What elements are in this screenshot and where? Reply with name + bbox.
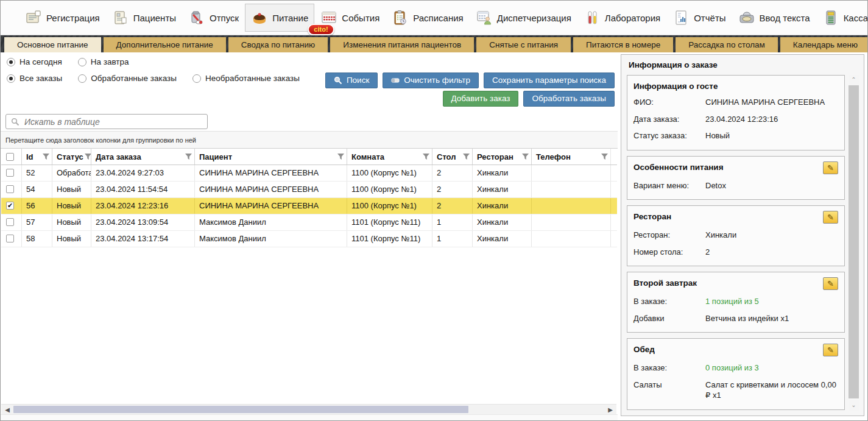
add-order-button[interactable]: Добавить заказ xyxy=(443,91,519,107)
radio-all-orders[interactable]: Все заказы xyxy=(7,74,62,83)
column-header-order-date[interactable]: Дата заказа xyxy=(91,149,195,165)
row-checkbox[interactable] xyxy=(6,202,14,210)
positions-count: 0 позиций из 3 xyxy=(705,363,838,373)
edit-button[interactable]: ✎ xyxy=(823,344,838,356)
toolbar-item-schedules[interactable]: Расписания xyxy=(386,4,469,32)
main-toolbar: Регистрация Пациенты Отпуск Питание Собы… xyxy=(1,1,867,35)
toolbar-item-cashier[interactable]: Касса xyxy=(816,4,868,32)
tab-patient-nutrition-changes[interactable]: Изменения питания пациентов xyxy=(330,37,474,52)
scroll-left-arrow-icon[interactable]: ◀ xyxy=(4,406,11,413)
cell-table: 2 xyxy=(432,165,473,181)
calendar-person-icon xyxy=(476,9,493,26)
table-row[interactable]: 58 Новый 23.04.2024 13:17:54 Максимов Да… xyxy=(1,231,617,247)
toolbar-item-registration[interactable]: Регистрация xyxy=(19,4,106,32)
save-search-params-button[interactable]: Сохранить параметры поиска xyxy=(484,73,615,88)
cell-restaurant: Хинкали xyxy=(473,214,532,230)
column-header-status[interactable]: Статус xyxy=(52,149,91,165)
column-header-restaurant[interactable]: Ресторан xyxy=(473,149,532,165)
field-label: Статус заказа: xyxy=(633,130,705,141)
cell-phone xyxy=(532,182,611,197)
field-label: В заказе: xyxy=(633,296,705,307)
clear-filter-button[interactable]: Очистить фильтр xyxy=(383,73,479,88)
horizontal-scrollbar-thumb[interactable] xyxy=(13,406,468,413)
edit-button[interactable]: ✎ xyxy=(823,277,838,290)
row-checkbox[interactable] xyxy=(6,169,14,177)
row-checkbox[interactable] xyxy=(6,218,14,226)
cell-room: 1100 (Корпус №1) xyxy=(347,182,432,197)
row-checkbox[interactable] xyxy=(6,235,14,242)
tab-menu-calendar[interactable]: Календарь меню xyxy=(780,37,868,52)
tab-table-seating[interactable]: Рассадка по столам xyxy=(676,37,778,52)
day-filter-group: На сегодня На завтра xyxy=(7,57,129,66)
toolbar-item-laboratory[interactable]: Лаборатория xyxy=(577,4,666,32)
scroll-up-arrow-icon[interactable]: ⌃ xyxy=(849,75,859,85)
toolbar-item-dispense[interactable]: Отпуск xyxy=(182,4,245,32)
group-by-drop-zone[interactable]: Перетащите сюда заголовок колонки для гр… xyxy=(1,131,618,149)
scroll-right-arrow-icon[interactable]: ▶ xyxy=(607,406,614,413)
filter-funnel-icon[interactable] xyxy=(85,154,91,160)
pencil-icon: ✎ xyxy=(827,163,834,172)
cell-patient: Максимов Даниил xyxy=(195,231,347,247)
panel-vertical-scrollbar[interactable]: ⌃ xyxy=(849,75,859,398)
filter-funnel-icon[interactable] xyxy=(522,154,529,160)
tab-eating-in-room[interactable]: Питаются в номере xyxy=(573,37,673,52)
field-label: Вариант меню: xyxy=(633,180,705,191)
field-label: Номер стола: xyxy=(633,247,705,258)
column-header-room[interactable]: Комната xyxy=(347,149,432,165)
toolbar-item-reports[interactable]: Отчёты xyxy=(666,4,732,32)
vertical-scrollbar-thumb[interactable] xyxy=(849,85,859,398)
filter-funnel-icon[interactable] xyxy=(185,154,192,160)
toolbar-item-label: Ввод текста xyxy=(760,13,810,23)
table-row[interactable]: 54 Новый 23.04.2024 11:54:54 СИНИНА МАРИ… xyxy=(1,182,617,198)
table-row[interactable]: 52 Обработан 23.04.2024 9:27:03 СИНИНА М… xyxy=(1,165,617,182)
filter-funnel-icon[interactable] xyxy=(337,154,344,160)
process-orders-button[interactable]: Обработать заказы xyxy=(523,91,615,107)
table-row[interactable]: 57 Новый 23.04.2024 13:09:54 Максимов Да… xyxy=(1,214,617,231)
cell-phone xyxy=(532,198,611,214)
radio-processed-orders[interactable]: Обработанные заказы xyxy=(78,74,177,83)
column-header-patient[interactable]: Пациент xyxy=(195,149,347,165)
table-row-selected[interactable]: 56 Новый 23.04.2024 12:23:16 СИНИНА МАРИ… xyxy=(1,198,617,214)
filter-funnel-icon[interactable] xyxy=(601,154,608,160)
horizontal-scrollbar[interactable]: ◀ ▶ xyxy=(1,404,616,414)
cell-table: 1 xyxy=(432,214,473,230)
table-search-input[interactable] xyxy=(24,117,202,127)
edit-button[interactable]: ✎ xyxy=(823,161,838,174)
table-search-box[interactable] xyxy=(5,114,208,129)
search-button[interactable]: Поиск xyxy=(325,73,378,88)
scroll-down-arrow-icon[interactable]: ⌄ xyxy=(849,400,859,411)
pencil-icon: ✎ xyxy=(827,345,834,355)
radio-unprocessed-orders[interactable]: Необработанные заказы xyxy=(192,74,300,83)
eraser-icon xyxy=(391,76,400,85)
column-header-phone[interactable]: Телефон xyxy=(532,149,611,165)
select-all-checkbox[interactable] xyxy=(6,153,14,161)
column-header-id[interactable]: Id xyxy=(22,149,52,165)
cell-restaurant: Хинкали xyxy=(473,198,532,214)
field-value: 23.04.2024 12:23:16 xyxy=(705,114,838,125)
toolbar-item-label: Питание xyxy=(272,13,308,23)
row-checkbox[interactable] xyxy=(6,185,14,193)
column-header-table[interactable]: Стол xyxy=(432,149,473,165)
filter-funnel-icon[interactable] xyxy=(423,154,429,160)
second-breakfast-card: Второй завтрак ✎ В заказе:1 позиций из 5… xyxy=(627,272,845,333)
radio-tomorrow[interactable]: На завтра xyxy=(78,57,129,66)
toolbar-item-patients[interactable]: Пациенты xyxy=(106,4,182,32)
tab-main-nutrition[interactable]: Основное питание xyxy=(4,37,101,52)
edit-button[interactable]: ✎ xyxy=(823,211,838,224)
filter-funnel-icon[interactable] xyxy=(43,154,49,160)
toolbar-item-events[interactable]: События cito! xyxy=(314,4,386,32)
order-info-scroll-area: Информация о госте ФИО:СИНИНА МАРИНА СЕР… xyxy=(627,75,845,411)
toolbar-item-dispatch[interactable]: Диспетчеризация xyxy=(470,4,577,32)
toolbar-item-label: Лаборатория xyxy=(605,13,660,23)
nutrition-tabbar: Основное питание Дополнительное питание … xyxy=(1,35,867,52)
field-label: Дата заказа: xyxy=(633,114,705,125)
toolbar-item-text-input[interactable]: Ввод текста xyxy=(732,4,816,32)
test-tubes-icon xyxy=(584,9,601,26)
toolbar-item-nutrition[interactable]: Питание xyxy=(245,4,314,32)
radio-today[interactable]: На сегодня xyxy=(7,57,62,66)
tab-removed-from-nutrition[interactable]: Снятые с питания xyxy=(476,37,571,52)
filter-funnel-icon[interactable] xyxy=(463,154,470,160)
tab-additional-nutrition[interactable]: Дополнительное питание xyxy=(104,37,226,52)
tab-nutrition-summary[interactable]: Сводка по питанию xyxy=(228,37,328,52)
guest-info-card: Информация о госте ФИО:СИНИНА МАРИНА СЕР… xyxy=(627,75,845,150)
